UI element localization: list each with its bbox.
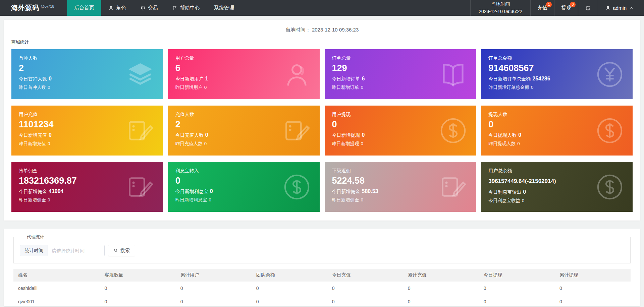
- table-cell: 0: [100, 282, 176, 295]
- local-time-value: 2023-12-10 09:36:22: [479, 8, 522, 15]
- table-cell: 0: [479, 282, 555, 295]
- table-cell: 0: [403, 282, 479, 295]
- filter-row: 统计时间 搜索: [20, 245, 624, 256]
- stat-card-7: 提现人数0今日提现人数0昨日提现人数0: [481, 106, 633, 156]
- stat-card-1: 用户总量6今日新增用户1昨日新增用户0: [168, 49, 320, 99]
- navbar-right: 当地时间 2023-12-10 09:36:22 充值 1 提现 0 admin: [470, 0, 644, 16]
- panel-local-time: 当地时间： 2023-12-10 09:36:23: [4, 20, 640, 35]
- nav-tab-system[interactable]: 系统管理: [207, 0, 241, 16]
- stat-card-2: 订单总量129今日新增订单6昨日新增订单0: [325, 49, 476, 99]
- agent-table-head-row: 姓名客服数量累计用户团队余额今日充值累计充值今日提现累计提现: [13, 269, 631, 282]
- stat-card-8: 抢单佣金183216369.87今日新增佣金41994昨日新增佣金0: [11, 162, 163, 212]
- scales-icon: [140, 5, 146, 11]
- top-navbar: 海外源码 @cv718 后台首页 角色 交易 帮助中心 系统管理 当地时间 20…: [0, 0, 644, 16]
- yen-circle-icon: [596, 60, 624, 88]
- agent-table: 姓名客服数量累计用户团队余额今日充值累计充值今日提现累计提现 ceshidail…: [13, 269, 631, 307]
- edit-note-icon: [126, 173, 154, 201]
- table-cell: 0: [479, 295, 555, 307]
- recharge-badge: 1: [546, 2, 552, 7]
- table-cell: 0: [555, 282, 631, 295]
- stats-cards: 首冲人数2今日首冲人数0昨日首冲人数0用户总量6今日新增用户1昨日新增用户0订单…: [4, 49, 640, 212]
- stat-time-input[interactable]: [48, 245, 104, 256]
- table-cell: 0: [327, 282, 403, 295]
- stats-panel: 当地时间： 2023-12-10 09:36:23 商城统计 首冲人数2今日首冲…: [4, 20, 640, 221]
- table-cell: 0: [252, 282, 327, 295]
- table-cell: 0: [100, 295, 176, 307]
- agent-filter-fieldset: 代理统计 统计时间 搜索: [13, 234, 631, 263]
- table-cell: qwe001: [13, 295, 100, 307]
- flag-icon: [172, 5, 177, 11]
- agent-table-header: 姓名: [13, 269, 100, 282]
- agent-legend: 代理统计: [24, 234, 47, 240]
- withdraw-label: 提现: [561, 5, 571, 11]
- search-button[interactable]: 搜索: [108, 245, 135, 256]
- edit-note-icon: [126, 117, 154, 145]
- dollar-circle-icon: [596, 173, 624, 201]
- stat-time-group: 统计时间: [20, 245, 105, 256]
- table-row: ceshidaili0000000: [13, 282, 631, 295]
- nav-tab-label: 系统管理: [214, 5, 234, 11]
- local-time-block: 当地时间 2023-12-10 09:36:22: [470, 0, 531, 16]
- nav-tab-label: 后台首页: [74, 5, 94, 11]
- refresh-button[interactable]: [578, 0, 598, 16]
- nav-tab-dashboard[interactable]: 后台首页: [67, 0, 101, 16]
- book-icon: [439, 60, 467, 88]
- agent-panel: 代理统计 统计时间 搜索 姓名客服数量累计用户团队余额今日充值累计充值今日提现累…: [4, 229, 640, 306]
- refresh-icon: [585, 5, 591, 11]
- stat-card-10: 下级返佣5224.58今日新增佣金580.53昨日新增佣金0: [325, 162, 476, 212]
- agent-table-header: 今日提现: [479, 269, 555, 282]
- nav-tab-help-center[interactable]: 帮助中心: [165, 0, 207, 16]
- recharge-button[interactable]: 充值 1: [531, 0, 554, 16]
- person-icon: [283, 60, 311, 88]
- brand-name: 海外源码: [11, 3, 39, 12]
- recharge-label: 充值: [537, 5, 547, 11]
- stat-card-6: 用户提现0今日新增提现0昨日新增提现0: [325, 106, 476, 156]
- layers-icon: [126, 60, 154, 88]
- brand: 海外源码 @cv718: [0, 0, 67, 16]
- withdraw-button[interactable]: 提现 0: [554, 0, 578, 16]
- stat-card-0: 首冲人数2今日首冲人数0昨日首冲人数0: [11, 49, 163, 99]
- agent-table-header: 客服数量: [100, 269, 176, 282]
- agent-table-header: 累计提现: [555, 269, 631, 282]
- nav-tab-label: 角色: [116, 5, 126, 11]
- local-time-label: 当地时间: [479, 1, 522, 8]
- nav-tab-label: 帮助中心: [180, 5, 200, 11]
- agent-table-header: 今日充值: [327, 269, 403, 282]
- dollar-circle-icon: [596, 117, 624, 145]
- table-cell: 0: [555, 295, 631, 307]
- user-menu[interactable]: admin: [598, 0, 644, 16]
- nav-tab-trade[interactable]: 交易: [133, 0, 165, 16]
- stat-card-5: 充值人数2今日充值人数0昨日充值人数0: [168, 106, 320, 156]
- username: admin: [613, 5, 627, 11]
- search-button-label: 搜索: [120, 248, 130, 254]
- table-cell: 0: [176, 295, 252, 307]
- table-row: qwe0010000000: [13, 295, 631, 307]
- withdraw-badge: 0: [570, 2, 576, 7]
- agent-table-header: 累计用户: [176, 269, 252, 282]
- brand-subtitle: @cv718: [41, 4, 54, 8]
- section-title: 商城统计: [4, 35, 640, 49]
- stat-card-4: 用户充值1101234今日新增充值0昨日新增充值0: [11, 106, 163, 156]
- search-icon: [113, 248, 118, 253]
- stat-card-9: 利息宝转入0今日新增利息宝0昨日新增利息宝0: [168, 162, 320, 212]
- table-cell: 0: [176, 282, 252, 295]
- edit-note-icon: [439, 173, 467, 201]
- table-cell: ceshidaili: [13, 282, 100, 295]
- dollar-circle-icon: [283, 173, 311, 201]
- panel-local-time-label: 当地时间：: [285, 27, 311, 33]
- user-icon: [108, 5, 114, 11]
- edit-note-icon: [283, 117, 311, 145]
- table-cell: 0: [403, 295, 479, 307]
- panel-local-time-value: 2023-12-10 09:36:23: [312, 27, 359, 33]
- agent-table-body: ceshidaili0000000qwe00100000001237770000…: [13, 282, 631, 307]
- nav-tab-roles[interactable]: 角色: [101, 0, 133, 16]
- stat-card-11: 用户总余额396157449.64(-21562914)今日利息宝转出0今日利息…: [481, 162, 633, 212]
- table-cell: 0: [252, 295, 327, 307]
- table-cell: 0: [327, 295, 403, 307]
- user-icon: [605, 5, 610, 10]
- nav-tab-label: 交易: [148, 5, 158, 11]
- dollar-circle-icon: [439, 117, 467, 145]
- chevron-up-icon: [629, 5, 634, 10]
- page-body: 当地时间： 2023-12-10 09:36:23 商城统计 首冲人数2今日首冲…: [0, 16, 644, 307]
- agent-table-header: 团队余额: [252, 269, 327, 282]
